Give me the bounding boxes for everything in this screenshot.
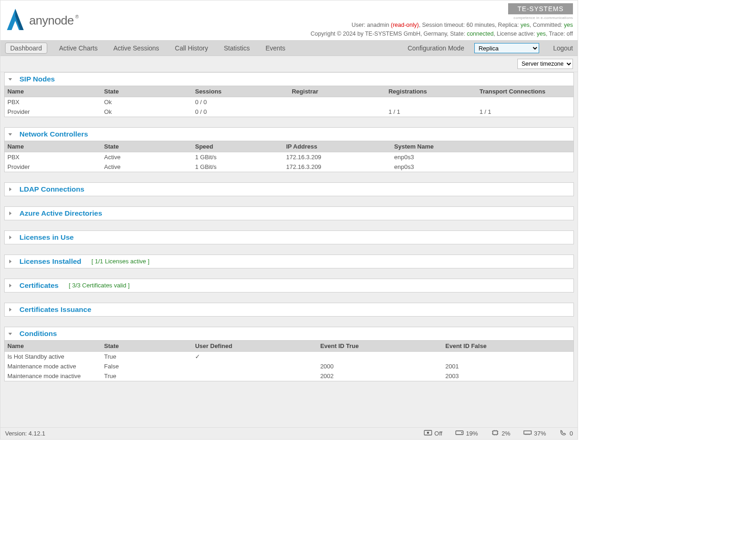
config-mode-select[interactable]: Replica [474, 43, 539, 53]
panel-certificates-header[interactable]: Certificates [ 3/3 Certificates valid ] [5, 279, 573, 292]
table-row[interactable]: PBX Ok 0 / 0 [5, 97, 573, 107]
panel-ldap: LDAP Connections [4, 182, 574, 196]
copyright-info: Copyright © 2024 by TE-SYSTEMS GmbH, Ger… [311, 30, 573, 38]
panel-title: Azure Active Directories [19, 209, 102, 218]
panel-note: [ 3/3 Certificates valid ] [69, 282, 130, 289]
panel-sip-nodes-header[interactable]: SIP Nodes [5, 73, 573, 86]
sip-nodes-table: Name State Sessions Registrar Registrati… [5, 86, 573, 117]
nav-statistics[interactable]: Statistics [220, 43, 253, 54]
panel-note: [ 1/1 Licenses active ] [92, 258, 150, 265]
th-sessions[interactable]: Sessions [192, 86, 289, 97]
panel-licenses-use: Licenses in Use [4, 230, 574, 244]
network-controllers-table: Name State Speed IP Address System Name … [5, 141, 573, 172]
phone-icon [559, 429, 567, 437]
chevron-down-icon [7, 331, 13, 336]
panel-title: LDAP Connections [19, 185, 84, 193]
logout-link[interactable]: Logout [553, 44, 573, 52]
panel-licenses-installed-header[interactable]: Licenses Installed [ 1/1 Licenses active… [5, 255, 573, 268]
table-row[interactable]: Maintenance mode active False 2000 2001 [5, 361, 573, 371]
panel-sip-nodes: SIP Nodes Name State Sessions Registrar … [4, 72, 574, 117]
panel-title: Licenses Installed [19, 257, 82, 266]
th-ip[interactable]: IP Address [283, 141, 391, 152]
th-event-true[interactable]: Event ID True [317, 340, 442, 351]
panel-cert-issuance-header[interactable]: Certificates Issuance [5, 303, 573, 316]
table-row[interactable]: Provider Ok 0 / 0 1 / 1 1 / 1 [5, 107, 573, 117]
session-info: User: anadmin (read-only), Session timeo… [311, 21, 573, 30]
memory-icon [523, 429, 532, 437]
disk-icon [455, 429, 464, 437]
nav-active-sessions[interactable]: Active Sessions [110, 43, 163, 54]
panel-title: Network Controllers [19, 130, 88, 138]
record-icon [424, 429, 432, 437]
th-state[interactable]: State [101, 141, 192, 152]
chevron-right-icon [7, 259, 13, 264]
cpu-icon [491, 429, 499, 437]
svg-point-1 [427, 432, 429, 434]
th-userdef[interactable]: User Defined [192, 340, 317, 351]
main-content: SIP Nodes Name State Sessions Registrar … [0, 72, 578, 428]
brand-logo-icon [5, 8, 25, 33]
chevron-right-icon [7, 211, 13, 216]
nav-events[interactable]: Events [262, 43, 289, 54]
th-state[interactable]: State [101, 340, 192, 351]
panel-title: Certificates Issuance [19, 305, 91, 314]
chevron-down-icon [7, 131, 13, 137]
table-row[interactable]: Is Hot Standby active True ✓ [5, 351, 573, 361]
chevron-down-icon [7, 76, 13, 82]
vendor-badge: TE-SYSTEMS [508, 3, 573, 14]
recording-status[interactable]: Off [424, 429, 442, 437]
table-row[interactable]: PBX Active 1 GBit/s 172.16.3.209 enp0s3 [5, 152, 573, 162]
svg-rect-4 [493, 431, 497, 435]
vendor-tagline: competence in e-communications [311, 15, 573, 21]
panel-aad-header[interactable]: Azure Active Directories [5, 207, 573, 220]
panel-licenses-use-header[interactable]: Licenses in Use [5, 231, 573, 244]
table-row[interactable]: Provider Active 1 GBit/s 172.16.3.209 en… [5, 162, 573, 172]
th-registrations[interactable]: Registrations [386, 86, 477, 97]
panel-title: Licenses in Use [19, 233, 74, 242]
panel-cert-issuance: Certificates Issuance [4, 303, 574, 317]
th-name[interactable]: Name [5, 86, 101, 97]
panel-conditions: Conditions Name State User Defined Event… [4, 327, 574, 381]
chevron-right-icon [7, 307, 13, 312]
panel-certificates: Certificates [ 3/3 Certificates valid ] [4, 279, 574, 292]
chevron-right-icon [7, 235, 13, 240]
svg-point-3 [461, 432, 462, 433]
nav-active-charts[interactable]: Active Charts [56, 43, 101, 54]
th-event-false[interactable]: Event ID False [443, 340, 573, 351]
panel-network-controllers: Network Controllers Name State Speed IP … [4, 127, 574, 172]
brand-name: anynode® [29, 13, 74, 28]
status-bar: Version: 4.12.1 Off 19% 2% 37% 0 [0, 427, 578, 439]
th-name[interactable]: Name [5, 340, 101, 351]
toolbar: Server timezone [0, 56, 578, 72]
cpu-status[interactable]: 2% [491, 429, 510, 437]
panel-title: Certificates [19, 281, 58, 290]
svg-rect-13 [524, 431, 531, 434]
th-registrar[interactable]: Registrar [289, 86, 386, 97]
th-name[interactable]: Name [5, 141, 101, 152]
panel-network-controllers-header[interactable]: Network Controllers [5, 128, 573, 141]
table-row[interactable]: Maintenance mode inactive True 2002 2003 [5, 371, 573, 381]
th-speed[interactable]: Speed [192, 141, 283, 152]
version-label: Version: 4.12.1 [5, 430, 45, 437]
th-transport[interactable]: Transport Connections [477, 86, 573, 97]
timezone-select[interactable]: Server timezone [517, 59, 573, 69]
panel-title: Conditions [19, 330, 57, 338]
config-mode-label: Configuration Mode [408, 44, 464, 52]
brand-logo: anynode® [5, 3, 74, 38]
memory-status[interactable]: 37% [523, 429, 546, 437]
conditions-table: Name State User Defined Event ID True Ev… [5, 340, 573, 381]
panel-aad: Azure Active Directories [4, 206, 574, 220]
th-sysname[interactable]: System Name [391, 141, 573, 152]
calls-status[interactable]: 0 [559, 429, 573, 437]
chevron-right-icon [7, 187, 13, 192]
header: anynode® TE-SYSTEMS competence in e-comm… [0, 0, 578, 40]
main-nav: Dashboard Active Charts Active Sessions … [0, 40, 578, 56]
th-state[interactable]: State [101, 86, 192, 97]
panel-ldap-header[interactable]: LDAP Connections [5, 183, 573, 196]
chevron-right-icon [7, 283, 13, 288]
disk-status[interactable]: 19% [455, 429, 478, 437]
panel-licenses-installed: Licenses Installed [ 1/1 Licenses active… [4, 255, 574, 268]
panel-conditions-header[interactable]: Conditions [5, 327, 573, 340]
nav-dashboard[interactable]: Dashboard [5, 43, 47, 54]
nav-call-history[interactable]: Call History [171, 43, 212, 54]
